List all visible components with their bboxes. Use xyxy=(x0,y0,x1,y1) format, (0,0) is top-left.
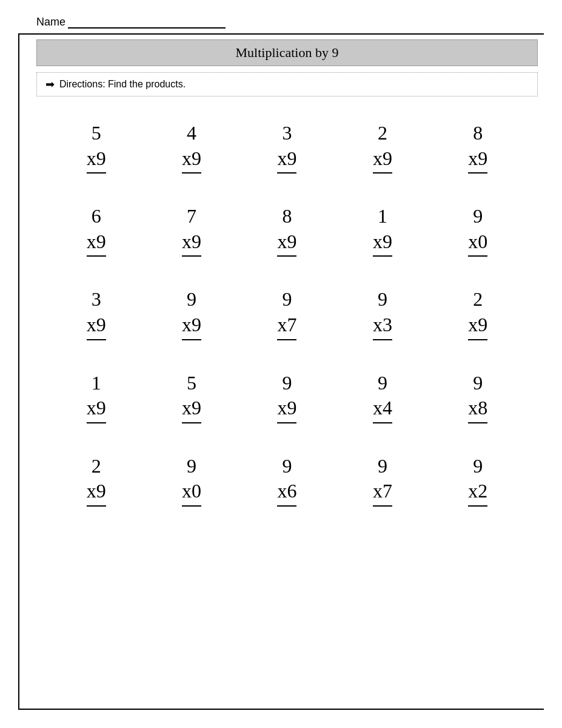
number-bottom: x2 xyxy=(468,479,487,507)
problem-cell: 9x4 xyxy=(335,365,430,430)
problem-cell: 9x8 xyxy=(430,365,526,430)
problem-cell: 3x9 xyxy=(239,115,335,180)
number-top: 2 xyxy=(92,454,101,479)
border-bottom xyxy=(18,709,544,710)
number-top: 9 xyxy=(282,371,292,396)
problem-cell: 8x9 xyxy=(239,198,335,263)
number-bottom: x6 xyxy=(277,479,296,507)
number-top: 1 xyxy=(92,371,101,396)
problem-cell: 9x9 xyxy=(144,281,239,346)
name-label: Name xyxy=(36,16,65,29)
number-bottom: x9 xyxy=(468,312,487,340)
number-top: 8 xyxy=(473,121,483,146)
number-bottom: x9 xyxy=(468,146,487,174)
number-bottom: x9 xyxy=(87,146,106,174)
number-bottom: x9 xyxy=(277,146,296,174)
number-bottom: x9 xyxy=(87,312,106,340)
number-top: 9 xyxy=(473,204,483,229)
problem-cell: 4x9 xyxy=(144,115,239,180)
problem-cell: 9x2 xyxy=(430,448,526,513)
number-top: 5 xyxy=(187,371,196,396)
number-top: 9 xyxy=(473,454,483,479)
problem-cell: 3x9 xyxy=(49,281,144,346)
problem-cell: 9x7 xyxy=(335,448,430,513)
number-top: 9 xyxy=(187,287,196,312)
problem-cell: 5x9 xyxy=(144,365,239,430)
name-section: Name xyxy=(36,12,538,29)
problem-cell: 6x9 xyxy=(49,198,144,263)
number-top: 8 xyxy=(282,204,292,229)
number-top: 4 xyxy=(187,121,196,146)
worksheet-page: Name Multiplication by 9 ➡ Directions: F… xyxy=(0,0,562,728)
problem-cell: 9x0 xyxy=(144,448,239,513)
worksheet-title: Multiplication by 9 xyxy=(36,39,538,66)
number-bottom: x0 xyxy=(182,479,201,507)
number-bottom: x9 xyxy=(87,396,106,423)
directions-box: ➡ Directions: Find the products. xyxy=(36,72,538,96)
problem-cell: 8x9 xyxy=(430,115,526,180)
problem-cell: 1x9 xyxy=(49,365,144,430)
number-bottom: x9 xyxy=(277,396,296,423)
number-bottom: x0 xyxy=(468,229,487,257)
number-bottom: x8 xyxy=(468,396,487,423)
number-top: 9 xyxy=(378,454,387,479)
number-top: 7 xyxy=(187,204,196,229)
number-bottom: x9 xyxy=(277,229,296,257)
number-bottom: x7 xyxy=(373,479,392,507)
number-bottom: x9 xyxy=(182,396,201,423)
number-bottom: x9 xyxy=(182,146,201,174)
number-bottom: x3 xyxy=(373,312,392,340)
problem-cell: 9x6 xyxy=(239,448,335,513)
problems-grid: 5x94x93x92x98x96x97x98x91x99x03x99x99x79… xyxy=(36,109,538,519)
number-top: 9 xyxy=(378,371,387,396)
name-underline xyxy=(68,15,226,29)
problem-cell: 2x9 xyxy=(335,115,430,180)
problem-cell: 5x9 xyxy=(49,115,144,180)
number-bottom: x9 xyxy=(182,229,201,257)
number-top: 3 xyxy=(92,287,101,312)
number-bottom: x9 xyxy=(87,229,106,257)
number-top: 2 xyxy=(473,287,483,312)
arrow-icon: ➡ xyxy=(45,78,55,91)
number-top: 5 xyxy=(92,121,101,146)
number-bottom: x9 xyxy=(373,146,392,174)
problem-cell: 9x0 xyxy=(430,198,526,263)
number-top: 6 xyxy=(92,204,101,229)
number-top: 9 xyxy=(282,454,292,479)
number-top: 3 xyxy=(282,121,292,146)
border-left xyxy=(18,33,19,710)
number-top: 1 xyxy=(378,204,387,229)
number-top: 9 xyxy=(282,287,292,312)
number-bottom: x9 xyxy=(87,479,106,507)
number-bottom: x9 xyxy=(182,312,201,340)
number-top: 9 xyxy=(473,371,483,396)
number-top: 9 xyxy=(378,287,387,312)
number-bottom: x7 xyxy=(277,312,296,340)
problem-cell: 2x9 xyxy=(49,448,144,513)
problem-cell: 9x9 xyxy=(239,365,335,430)
directions-text: Directions: Find the products. xyxy=(59,79,186,90)
number-top: 9 xyxy=(187,454,196,479)
problem-cell: 9x7 xyxy=(239,281,335,346)
number-bottom: x4 xyxy=(373,396,392,423)
number-top: 2 xyxy=(378,121,387,146)
problem-cell: 7x9 xyxy=(144,198,239,263)
problem-cell: 2x9 xyxy=(430,281,526,346)
border-top xyxy=(18,33,544,35)
number-bottom: x9 xyxy=(373,229,392,257)
problem-cell: 1x9 xyxy=(335,198,430,263)
problem-cell: 9x3 xyxy=(335,281,430,346)
